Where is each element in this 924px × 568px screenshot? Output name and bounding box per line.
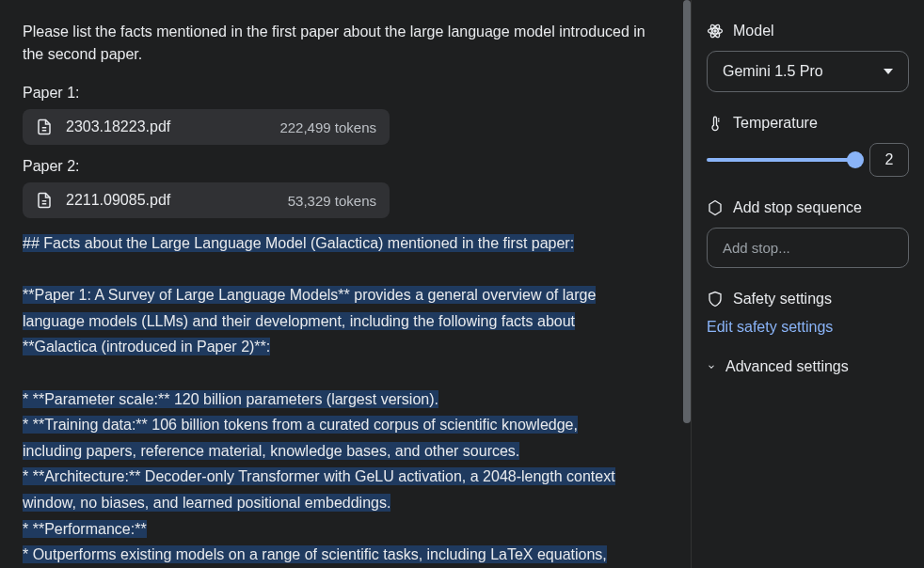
file-attachment-1[interactable]: 2303.18223.pdf 222,499 tokens (23, 109, 390, 145)
main-panel: Please list the facts mentioned in the f… (0, 0, 691, 568)
model-value: Gemini 1.5 Pro (723, 63, 823, 80)
svg-marker-10 (709, 201, 721, 215)
edit-safety-link[interactable]: Edit safety settings (707, 319, 909, 336)
hexagon-icon (707, 199, 724, 216)
response-heading: ## Facts about the Large Language Model … (23, 234, 574, 252)
response-line: * **Performance:** (23, 520, 147, 538)
response-line: **Paper 1: A Survey of Large Language Mo… (23, 286, 596, 304)
paper1-label: Paper 1: (23, 85, 668, 102)
response-line: * Outperforms existing models on a range… (23, 545, 607, 563)
file-tokens: 222,499 tokens (279, 119, 376, 135)
document-icon (36, 118, 53, 135)
temperature-label: Temperature (733, 115, 818, 132)
file-tokens: 53,329 tokens (288, 193, 376, 209)
response-line: including papers, reference material, kn… (23, 442, 519, 460)
thermometer-icon (707, 115, 724, 132)
temperature-section: Temperature 2 (707, 115, 909, 177)
model-select[interactable]: Gemini 1.5 Pro (707, 51, 909, 92)
file-name: 2303.18223.pdf (66, 118, 279, 135)
temperature-slider[interactable] (707, 158, 856, 162)
safety-section: Safety settings Edit safety settings (707, 291, 909, 336)
response-line: * **Training data:** 106 billion tokens … (23, 416, 578, 434)
chevron-down-icon (884, 69, 893, 74)
file-attachment-2[interactable]: 2211.09085.pdf 53,329 tokens (23, 182, 390, 218)
scrollbar[interactable] (683, 0, 691, 423)
slider-thumb[interactable] (847, 151, 864, 168)
advanced-label: Advanced settings (725, 358, 849, 375)
model-section: Model Gemini 1.5 Pro (707, 23, 909, 92)
model-label: Model (733, 23, 774, 39)
paper2-label: Paper 2: (23, 158, 668, 175)
response-line: * **Parameter scale:** 120 billion param… (23, 390, 438, 408)
chevron-down-icon (707, 362, 716, 371)
stop-sequence-section: Add stop sequence (707, 199, 909, 268)
response-line: window, no biases, and learned positiona… (23, 494, 390, 512)
response-line: language models (LLMs) and their develop… (23, 312, 575, 330)
document-icon (36, 192, 53, 209)
stop-sequence-input[interactable] (707, 228, 909, 268)
settings-sidebar: Model Gemini 1.5 Pro Temperature 2 Add s… (691, 0, 924, 568)
safety-label: Safety settings (733, 291, 832, 308)
stop-label: Add stop sequence (733, 199, 862, 216)
response-line: **Galactica (introduced in Paper 2)**: (23, 338, 270, 355)
response-line: * **Architecture:** Decoder-only Transfo… (23, 467, 615, 485)
shield-icon (707, 291, 724, 308)
temperature-value[interactable]: 2 (869, 143, 909, 177)
file-name: 2211.09085.pdf (66, 192, 288, 209)
atom-icon (707, 23, 724, 39)
response-text: ## Facts about the Large Language Model … (23, 231, 668, 568)
svg-point-4 (714, 30, 716, 32)
advanced-settings-toggle[interactable]: Advanced settings (707, 358, 909, 375)
prompt-text: Please list the facts mentioned in the f… (23, 21, 668, 66)
